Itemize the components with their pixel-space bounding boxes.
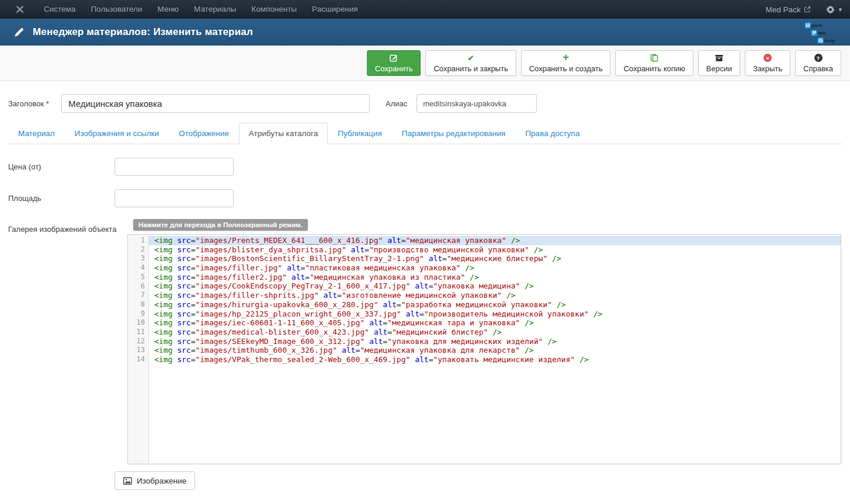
- line-number: 14: [128, 355, 145, 364]
- code-line[interactable]: <img src="images/timthumb_600_x_326.jpg"…: [149, 346, 841, 355]
- tab-panel-catalog-attributes: Цена (от)Площадь Галерея изображений объ…: [8, 144, 842, 490]
- code-line[interactable]: <img src="images/blister_dya_shpritsa.jp…: [149, 245, 841, 255]
- tab-publishing[interactable]: Публикация: [328, 123, 391, 144]
- code-line[interactable]: <img src="images/BostonScientific_Billar…: [149, 254, 841, 263]
- image-button[interactable]: Изображение: [115, 471, 195, 490]
- code-line[interactable]: <img src="images/hirurgia-upakovka_600_x…: [149, 300, 841, 310]
- close-icon: ×: [764, 54, 772, 62]
- field-label-price-from: Цена (от): [8, 158, 115, 171]
- site-name: Med Pack: [765, 5, 800, 14]
- menu-item[interactable]: Пользователи: [83, 0, 150, 19]
- codemirror-editor[interactable]: 1234567891011121314 <img src="images/Pre…: [127, 234, 841, 464]
- line-number: 12: [128, 337, 145, 346]
- toolbar-button-save[interactable]: Сохранить: [367, 50, 421, 76]
- toolbar-button-label: Закрыть: [753, 64, 782, 73]
- line-number: 13: [128, 346, 145, 355]
- menu-item[interactable]: Расширения: [304, 0, 366, 19]
- title-label: Заголовок *: [8, 99, 61, 108]
- line-number: 11: [128, 328, 145, 337]
- external-link-icon: [804, 6, 811, 13]
- gallery-row: Галерея изображений объекта Нажмите для …: [8, 224, 842, 464]
- gallery-label: Галерея изображений объекта: [8, 224, 127, 234]
- archive-icon: [715, 54, 723, 62]
- plus-icon: +: [563, 54, 569, 62]
- toolbar-button-close[interactable]: ×Закрыть: [745, 50, 790, 76]
- alias-label: Алиас: [386, 99, 407, 108]
- brand-text: last: [818, 30, 826, 36]
- line-number: 4: [128, 263, 145, 273]
- menubar-right: Med Pack ▾: [765, 5, 842, 14]
- tab-catalog-attributes[interactable]: Атрибуты каталога: [239, 123, 328, 144]
- price-from-input[interactable]: [115, 158, 234, 176]
- toolbar-button-save-copy[interactable]: Сохранить копию: [615, 50, 693, 76]
- toolbar-button-help[interactable]: ?Справка: [795, 50, 841, 76]
- tab-material[interactable]: Материал: [8, 123, 65, 144]
- code-line[interactable]: <img src="images/filler-shprits.jpg" alt…: [149, 291, 841, 300]
- toolbar-button-save-and-new[interactable]: +Сохранить и создать: [521, 50, 611, 76]
- brand-text: pack: [811, 23, 822, 28]
- menubar-items: СистемаПользователиМенюМатериалыКомпонен…: [36, 0, 366, 19]
- code-line[interactable]: <img src="images/Prents_MEDEX_641___600_…: [149, 236, 841, 245]
- menu-item[interactable]: Материалы: [186, 0, 244, 19]
- line-number: 5: [128, 273, 145, 282]
- tab-permissions[interactable]: Права доступа: [515, 123, 589, 144]
- toolbar-button-label: Сохранить: [375, 64, 413, 73]
- line-number: 1: [128, 236, 145, 245]
- fullscreen-tooltip: Нажмите для перехода в Полноэкранный реж…: [133, 219, 308, 231]
- code-line[interactable]: <img src="images/filler2.jpg" alt="медиц…: [149, 273, 841, 282]
- page-header: Менеджер материалов: Изменить материал U…: [0, 19, 850, 46]
- menu-item[interactable]: Система: [36, 0, 83, 19]
- help-icon: ?: [814, 54, 823, 62]
- brand-logo: UpackPlastGroup: [804, 22, 835, 44]
- line-number: 8: [128, 300, 145, 310]
- brand-text: roup: [824, 38, 835, 43]
- chevron-down-icon: ▾: [838, 6, 842, 13]
- code-line[interactable]: <img src="images/VPak_thermo_sealed_2-We…: [149, 355, 841, 364]
- alias-input[interactable]: [417, 94, 537, 113]
- menu-item[interactable]: Компоненты: [244, 0, 304, 19]
- settings-menu[interactable]: ▾: [826, 5, 842, 14]
- admin-menubar: СистемаПользователиМенюМатериалыКомпонен…: [0, 0, 850, 19]
- brand-logo-row: Plast: [811, 29, 835, 36]
- joomla-logo-icon[interactable]: [14, 4, 27, 15]
- site-preview-link[interactable]: Med Pack: [765, 5, 811, 14]
- brand-letter: P: [811, 30, 817, 36]
- line-number: 9: [128, 310, 145, 319]
- code-line[interactable]: <img src="images/SEEkeyMD_Image_600_x_31…: [149, 337, 841, 346]
- edit-form: Заголовок * Алиас МатериалИзображения и …: [0, 94, 850, 490]
- code-line[interactable]: <img src="images/filler.jpg" alt="пласти…: [149, 263, 841, 273]
- tab-display[interactable]: Отображение: [169, 123, 239, 144]
- brand-logo-row: Group: [817, 37, 835, 44]
- field-row-area: Площадь: [8, 189, 842, 207]
- brand-letter: G: [817, 37, 824, 44]
- toolbar-button-label: Сохранить и создать: [529, 64, 603, 73]
- code-area[interactable]: <img src="images/Prents_MEDEX_641___600_…: [149, 235, 841, 464]
- code-line[interactable]: <img src="images/iec-60601-1-11_600_x_40…: [149, 318, 841, 328]
- code-line[interactable]: <img src="images/hp_22125_placon_wright_…: [149, 310, 841, 319]
- menu-item[interactable]: Меню: [150, 0, 187, 19]
- field-label-area: Площадь: [8, 189, 115, 203]
- tab-editing-params[interactable]: Параметры редактирования: [392, 123, 515, 144]
- toolbar-button-label: Сохранить копию: [623, 64, 685, 73]
- line-number: 3: [128, 254, 145, 263]
- save-icon: [390, 54, 398, 62]
- code-editor: Нажмите для перехода в Полноэкранный реж…: [127, 234, 841, 464]
- field-rows: Цена (от)Площадь: [8, 158, 842, 207]
- code-line[interactable]: <img src="images/CookEndscopy_PegTray_2-…: [149, 281, 841, 291]
- toolbar-button-save-and-close[interactable]: ✔Сохранить и закрыть: [425, 50, 516, 76]
- copy-icon: [650, 54, 658, 62]
- line-number: 6: [128, 282, 145, 291]
- image-icon: [123, 477, 132, 485]
- field-row-price-from: Цена (от): [8, 158, 842, 176]
- brand-letter: U: [804, 22, 811, 29]
- toolbar-button-label: Версии: [706, 64, 732, 73]
- toolbar-button-versions[interactable]: Версии: [698, 50, 740, 76]
- tab-images-links[interactable]: Изображения и ссылки: [65, 123, 169, 144]
- line-number-gutter: 1234567891011121314: [128, 235, 149, 464]
- toolbar-button-label: Сохранить и закрыть: [433, 64, 508, 73]
- gear-icon: [826, 5, 835, 14]
- title-input[interactable]: [61, 94, 370, 113]
- code-line[interactable]: <img src="images/medical-blister_600_x_4…: [149, 328, 841, 337]
- area-input[interactable]: [115, 189, 234, 207]
- image-button-label: Изображение: [137, 477, 186, 485]
